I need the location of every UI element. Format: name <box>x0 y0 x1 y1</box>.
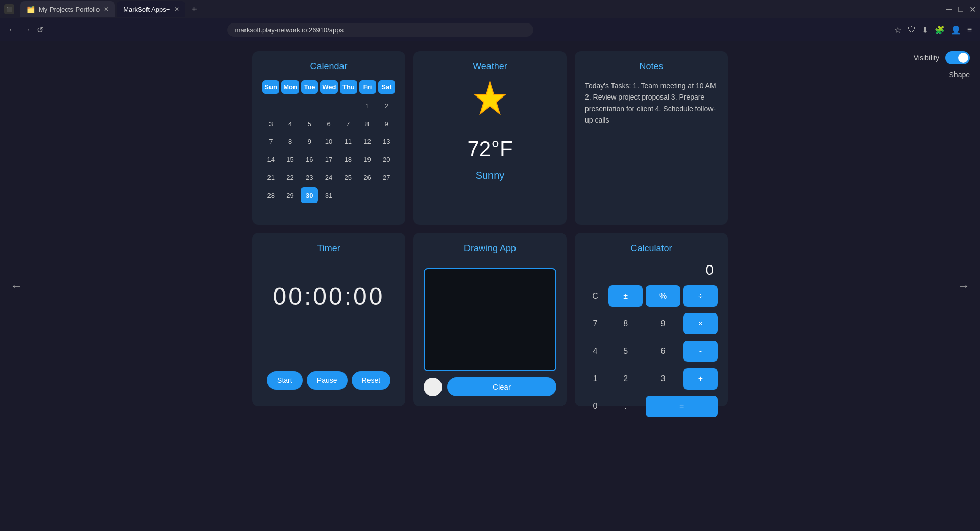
tab-close-marksoft[interactable]: ✕ <box>174 6 179 13</box>
calc-clear-label: C <box>585 292 605 301</box>
calc-2-label: 2 <box>608 374 643 383</box>
calc-percent-button[interactable]: % <box>646 285 680 307</box>
cal-cell-13[interactable]: 10 <box>320 134 337 150</box>
cal-cell-7[interactable]: 7 <box>339 116 357 132</box>
tab-label-active: MarkSoft Apps+ <box>123 6 170 13</box>
cal-cell-11[interactable]: 8 <box>282 134 299 150</box>
notes-title: Notes <box>585 61 718 72</box>
right-arrow[interactable]: → <box>958 279 970 293</box>
tab-marksoft-apps[interactable]: MarkSoft Apps+ ✕ <box>117 1 185 17</box>
extensions-icon[interactable]: 🧩 <box>935 25 945 35</box>
tab-my-projects[interactable]: 🗂️ My Projects Portfolio ✕ <box>20 1 115 17</box>
forward-button[interactable]: → <box>22 25 31 34</box>
tab-close-my-projects[interactable]: ✕ <box>104 6 109 13</box>
shield-icon[interactable]: 🛡 <box>908 25 916 34</box>
cal-thu: Thu <box>340 80 357 94</box>
cal-cell-18[interactable]: 15 <box>282 152 299 167</box>
cal-fri: Fri <box>359 80 376 94</box>
menu-icon[interactable]: ≡ <box>967 25 972 34</box>
calculator-content: 0 C ± % ÷ 7 8 9 × 4 5 <box>585 262 718 417</box>
timer-pause-button[interactable]: Pause <box>307 371 348 390</box>
calculator-widget: Calculator 0 C ± % ÷ 7 8 9 × <box>575 233 728 406</box>
cal-cell-5[interactable]: 5 <box>301 116 318 132</box>
cal-cell[interactable] <box>282 98 299 114</box>
tab-label: My Projects Portfolio <box>39 6 100 13</box>
cal-mon: Mon <box>281 80 299 94</box>
cal-cell-21[interactable]: 18 <box>339 152 357 167</box>
cal-cell[interactable] <box>339 98 357 114</box>
calc-multiply-button[interactable]: × <box>683 313 718 334</box>
calc-9-label: 9 <box>646 319 680 328</box>
notes-content[interactable]: Today's Tasks: 1. Team meeting at 10 AM … <box>585 80 718 126</box>
window-collapse[interactable]: ─ <box>946 5 952 14</box>
left-arrow[interactable]: ← <box>10 279 22 293</box>
window-controls: ─ □ ✕ <box>946 5 976 14</box>
cal-cell[interactable] <box>301 98 318 114</box>
weather-widget: Weather 72°F Sunny <box>413 51 567 225</box>
browser-icon: ⬛ <box>4 4 14 14</box>
cal-cell-30[interactable]: 27 <box>378 170 395 185</box>
cal-cell-10[interactable]: 7 <box>262 134 280 150</box>
cal-cell[interactable] <box>262 98 280 114</box>
calendar-grid: Sun Mon Tue Wed Thu Fri Sat 1 2 <box>262 80 395 203</box>
cal-cell-29[interactable]: 26 <box>359 170 376 185</box>
timer-title: Timer <box>262 243 395 254</box>
calc-plus-button[interactable]: + <box>683 368 718 390</box>
cal-cell <box>339 187 357 203</box>
address-input[interactable] <box>227 23 533 37</box>
cal-cell-1[interactable]: 1 <box>359 98 376 114</box>
timer-start-button[interactable]: Start <box>267 371 303 390</box>
window-close[interactable]: ✕ <box>969 5 976 14</box>
download-icon[interactable]: ⬇ <box>922 25 928 35</box>
calc-divide-button[interactable]: ÷ <box>683 285 718 307</box>
cal-cell-24[interactable]: 21 <box>262 170 280 185</box>
cal-cell-17[interactable]: 14 <box>262 152 280 167</box>
cal-cell-31[interactable]: 28 <box>262 187 280 203</box>
cal-cell-3[interactable]: 3 <box>262 116 280 132</box>
calculator-title: Calculator <box>585 243 718 254</box>
visibility-toggle[interactable] <box>945 51 970 64</box>
cal-cell-6[interactable]: 6 <box>320 116 337 132</box>
calc-equals-button[interactable]: = <box>646 396 718 417</box>
cal-cell-9[interactable]: 9 <box>378 116 395 132</box>
cal-cell-33[interactable]: 31 <box>320 187 337 203</box>
cal-cell-20[interactable]: 17 <box>320 152 337 167</box>
new-tab-button[interactable]: + <box>187 4 201 15</box>
cal-cell-25[interactable]: 22 <box>282 170 299 185</box>
cal-cell-23[interactable]: 20 <box>378 152 395 167</box>
cal-cell-27[interactable]: 24 <box>320 170 337 185</box>
star-icon[interactable]: ☆ <box>894 25 901 35</box>
shape-label: Shape <box>949 70 970 79</box>
calc-decimal-label: . <box>608 402 643 411</box>
account-icon[interactable]: 👤 <box>951 25 961 35</box>
calc-plusminus-button[interactable]: ± <box>608 285 643 307</box>
calc-6-label: 6 <box>646 347 680 356</box>
cal-cell-15[interactable]: 12 <box>359 134 376 150</box>
cal-cell-today[interactable]: 30 <box>301 187 318 203</box>
cal-cell-12[interactable]: 9 <box>301 134 318 150</box>
cal-cell-19[interactable]: 16 <box>301 152 318 167</box>
cal-cell-28[interactable]: 25 <box>339 170 357 185</box>
clear-button[interactable]: Clear <box>447 377 556 396</box>
cal-cell-4[interactable]: 4 <box>282 116 299 132</box>
cal-cell-2[interactable]: 2 <box>378 98 395 114</box>
calc-8-label: 8 <box>608 319 643 328</box>
cal-cell[interactable] <box>320 98 337 114</box>
svg-marker-0 <box>475 83 505 114</box>
calc-minus-button[interactable]: - <box>683 341 718 362</box>
drawing-canvas[interactable] <box>424 268 556 371</box>
cal-cell-14[interactable]: 11 <box>339 134 357 150</box>
refresh-button[interactable]: ↺ <box>37 25 43 35</box>
browser-chrome: ⬛ 🗂️ My Projects Portfolio ✕ MarkSoft Ap… <box>0 0 980 41</box>
cal-cell-32[interactable]: 29 <box>282 187 299 203</box>
calc-4-label: 4 <box>585 347 605 356</box>
cal-cell-26[interactable]: 23 <box>301 170 318 185</box>
back-button[interactable]: ← <box>8 25 16 34</box>
calc-3-label: 3 <box>646 374 680 383</box>
color-picker[interactable] <box>424 378 442 396</box>
cal-cell-8[interactable]: 8 <box>359 116 376 132</box>
timer-reset-button[interactable]: Reset <box>352 371 391 390</box>
cal-cell-16[interactable]: 13 <box>378 134 395 150</box>
cal-cell-22[interactable]: 19 <box>359 152 376 167</box>
window-maximize[interactable]: □ <box>958 5 963 14</box>
